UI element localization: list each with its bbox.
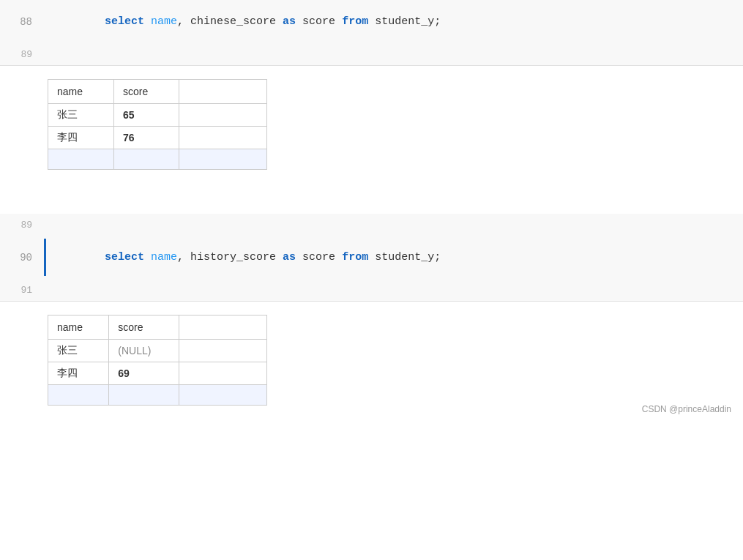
code-line-89-top: 89 <box>0 43 743 65</box>
first-empty-col3 <box>179 149 267 170</box>
second-table-col-extra <box>179 316 267 340</box>
second-empty-col1 <box>48 385 109 406</box>
code-space-2 <box>144 251 151 264</box>
spacer-2 <box>0 302 743 315</box>
second-table-col-name: name <box>48 316 109 340</box>
second-result-section: name score 张三 (NULL) 李四 69 <box>0 315 743 420</box>
second-table-row-1: 张三 (NULL) <box>48 340 267 362</box>
first-result-table: name score 张三 65 李四 76 <box>48 79 267 170</box>
first-table-row-1: 张三 65 <box>48 104 267 127</box>
line-number-89-top: 89 <box>0 49 44 60</box>
second-row1-score: (NULL) <box>109 340 179 362</box>
code-score-2: score <box>296 251 342 264</box>
code-table-2: student_y; <box>368 251 441 264</box>
keyword-name-2: name <box>151 251 177 264</box>
first-table-row-2: 李四 76 <box>48 127 267 149</box>
first-empty-col2 <box>114 149 179 170</box>
keyword-as: as <box>283 15 296 28</box>
first-table-col-name: name <box>48 80 114 104</box>
first-row1-extra <box>179 104 267 127</box>
line-number-91: 91 <box>0 285 44 296</box>
section-gap <box>0 184 743 214</box>
second-table-header-row: name score <box>48 316 267 340</box>
line-number-88: 88 <box>0 16 44 28</box>
second-row2-extra <box>179 362 267 385</box>
line-number-89-partial: 89 <box>0 220 44 231</box>
code-table: student_y; <box>368 15 441 28</box>
second-row2-name: 李四 <box>48 362 109 385</box>
second-table-col-score: score <box>109 316 179 340</box>
second-table-empty-row <box>48 385 267 406</box>
first-row1-name: 张三 <box>48 104 114 127</box>
first-code-section: 88 select name, chinese_score as score f… <box>0 0 743 66</box>
keyword-select-2: select <box>105 251 144 264</box>
code-content-90[interactable]: select name, history_score as score from… <box>44 239 441 276</box>
code-score: score <box>296 15 342 28</box>
code-content-88[interactable]: select name, chinese_score as score from… <box>44 3 441 40</box>
first-row2-extra <box>179 127 267 149</box>
second-empty-col2 <box>109 385 179 406</box>
first-result-section: name score 张三 65 李四 76 <box>0 79 743 184</box>
code-line-89-partial: 89 <box>0 214 743 236</box>
first-row2-score: 76 <box>114 127 179 149</box>
second-code-section: 89 90 select name, history_score as scor… <box>0 214 743 302</box>
page-container: 88 select name, chinese_score as score f… <box>0 0 743 560</box>
null-value: (NULL) <box>118 345 151 356</box>
first-row2-name: 李四 <box>48 127 114 149</box>
second-result-table: name score 张三 (NULL) 李四 69 <box>48 315 267 406</box>
spacer-1 <box>0 66 743 79</box>
second-row1-name: 张三 <box>48 340 109 362</box>
second-row2-score: 69 <box>109 362 179 385</box>
score-value-76: 76 <box>123 132 135 143</box>
first-table-col-score: score <box>114 80 179 104</box>
first-table-col-extra <box>179 80 267 104</box>
code-comma-2: , history_score <box>177 251 283 264</box>
watermark: CSDN @princeAladdin <box>642 404 731 414</box>
score-value-65: 65 <box>123 109 135 121</box>
first-table-header-row: name score <box>48 80 267 104</box>
keyword-name: name <box>151 15 177 28</box>
code-line-90: 90 select name, history_score as score f… <box>0 236 743 279</box>
first-row1-score: 65 <box>114 104 179 127</box>
first-table-empty-row <box>48 149 267 170</box>
keyword-as-2: as <box>283 251 296 264</box>
code-comma: , chinese_score <box>177 15 283 28</box>
second-table-row-2: 李四 69 <box>48 362 267 385</box>
code-line-91: 91 <box>0 279 743 301</box>
code-space <box>144 15 151 28</box>
score-value-69: 69 <box>118 367 130 379</box>
keyword-from-2: from <box>342 251 368 264</box>
first-empty-col1 <box>48 149 114 170</box>
second-empty-col3 <box>179 385 267 406</box>
keyword-from: from <box>342 15 368 28</box>
line-number-90: 90 <box>0 252 44 264</box>
code-line-88: 88 select name, chinese_score as score f… <box>0 0 743 43</box>
second-row1-extra <box>179 340 267 362</box>
keyword-select: select <box>105 15 144 28</box>
